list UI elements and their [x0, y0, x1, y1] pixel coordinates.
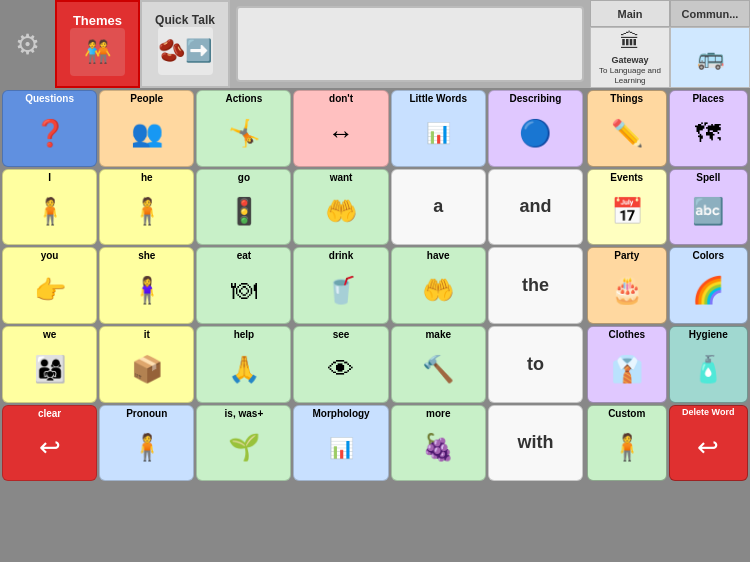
- clear-cell[interactable]: clear ↩: [2, 405, 97, 482]
- clothes-sidebar-cell[interactable]: Clothes 👔: [587, 326, 667, 403]
- dont-cell[interactable]: don't ↔: [293, 90, 388, 167]
- actions-cell[interactable]: Actions 🤸: [196, 90, 291, 167]
- and-cell[interactable]: and: [488, 169, 583, 246]
- gear-icon: ⚙: [15, 28, 40, 61]
- community-button[interactable]: 🚌: [670, 27, 750, 88]
- he-cell[interactable]: he 🧍: [99, 169, 194, 246]
- gear-button[interactable]: ⚙: [0, 0, 55, 88]
- drink-cell[interactable]: drink 🥤: [293, 247, 388, 324]
- quick-talk-button[interactable]: Quick Talk 🫘➡️: [140, 0, 230, 88]
- questions-cell[interactable]: Questions ❓: [2, 90, 97, 167]
- top-tabs: Main Commun...: [590, 0, 750, 27]
- gateway-icon: 🏛: [620, 30, 640, 53]
- main-tab[interactable]: Main: [590, 0, 670, 27]
- spell-sidebar-cell[interactable]: Spell 🔤: [669, 169, 749, 246]
- people-cell[interactable]: People 👥: [99, 90, 194, 167]
- help-cell[interactable]: help 🙏: [196, 326, 291, 403]
- main-area: Questions ❓ People 👥 Actions 🤸 don't ↔ L…: [0, 88, 750, 562]
- themes-image: 🧑‍🤝‍🧑: [70, 28, 125, 76]
- little-words-cell[interactable]: Little Words 📊: [391, 90, 486, 167]
- community-tab[interactable]: Commun...: [670, 0, 750, 27]
- is-was-cell[interactable]: is, was+ 🌱: [196, 405, 291, 482]
- custom-sidebar-cell[interactable]: Custom 🧍: [587, 405, 667, 482]
- top-right-area: Main Commun... 🏛 GatewayTo Language and …: [590, 0, 750, 88]
- top-bar: ⚙ Themes 🧑‍🤝‍🧑 Quick Talk 🫘➡️ Main: [0, 0, 750, 88]
- see-cell[interactable]: see 👁: [293, 326, 388, 403]
- a-cell[interactable]: a: [391, 169, 486, 246]
- she-cell[interactable]: she 🧍‍♀️: [99, 247, 194, 324]
- we-cell[interactable]: we 👨‍👩‍👧: [2, 326, 97, 403]
- delete-word-sidebar-cell[interactable]: Delete Word ↩: [669, 405, 749, 482]
- the-cell[interactable]: the: [488, 247, 583, 324]
- speech-display[interactable]: [236, 6, 584, 82]
- quick-talk-label: Quick Talk: [155, 13, 215, 27]
- more-cell[interactable]: more 🍇: [391, 405, 486, 482]
- left-grid: Questions ❓ People 👥 Actions 🤸 don't ↔ L…: [0, 88, 585, 562]
- community-icon: 🚌: [697, 45, 724, 71]
- places-sidebar-cell[interactable]: Places 🗺: [669, 90, 749, 167]
- make-cell[interactable]: make 🔨: [391, 326, 486, 403]
- quick-talk-icon: 🫘➡️: [158, 38, 212, 64]
- themes-label: Themes: [73, 13, 122, 28]
- describing-cell[interactable]: Describing 🔵: [488, 90, 583, 167]
- events-sidebar-cell[interactable]: Events 📅: [587, 169, 667, 246]
- themes-icon: 🧑‍🤝‍🧑: [84, 39, 111, 65]
- party-sidebar-cell[interactable]: Party 🎂: [587, 247, 667, 324]
- i-cell[interactable]: I 🧍: [2, 169, 97, 246]
- you-cell[interactable]: you 👉: [2, 247, 97, 324]
- things-sidebar-cell[interactable]: Things ✏️: [587, 90, 667, 167]
- eat-cell[interactable]: eat 🍽: [196, 247, 291, 324]
- quick-talk-image: 🫘➡️: [158, 27, 213, 75]
- morphology-cell[interactable]: Morphology 📊: [293, 405, 388, 482]
- with-cell[interactable]: with: [488, 405, 583, 482]
- pronoun-cell[interactable]: Pronoun 🧍: [99, 405, 194, 482]
- right-sidebar: Things ✏️ Places 🗺 Events 📅 Spell 🔤 Part…: [585, 88, 750, 562]
- hygiene-sidebar-cell[interactable]: Hygiene 🧴: [669, 326, 749, 403]
- have-cell[interactable]: have 🤲: [391, 247, 486, 324]
- to-cell[interactable]: to: [488, 326, 583, 403]
- colors-sidebar-cell[interactable]: Colors 🌈: [669, 247, 749, 324]
- app-container: ⚙ Themes 🧑‍🤝‍🧑 Quick Talk 🫘➡️ Main: [0, 0, 750, 562]
- themes-button[interactable]: Themes 🧑‍🤝‍🧑: [55, 0, 140, 88]
- it-cell[interactable]: it 📦: [99, 326, 194, 403]
- gateway-label: GatewayTo Language and Learning: [593, 55, 667, 85]
- gateway-button[interactable]: 🏛 GatewayTo Language and Learning: [590, 27, 670, 88]
- want-cell[interactable]: want 🤲: [293, 169, 388, 246]
- go-cell[interactable]: go 🚦: [196, 169, 291, 246]
- top-right-content: 🏛 GatewayTo Language and Learning 🚌: [590, 27, 750, 88]
